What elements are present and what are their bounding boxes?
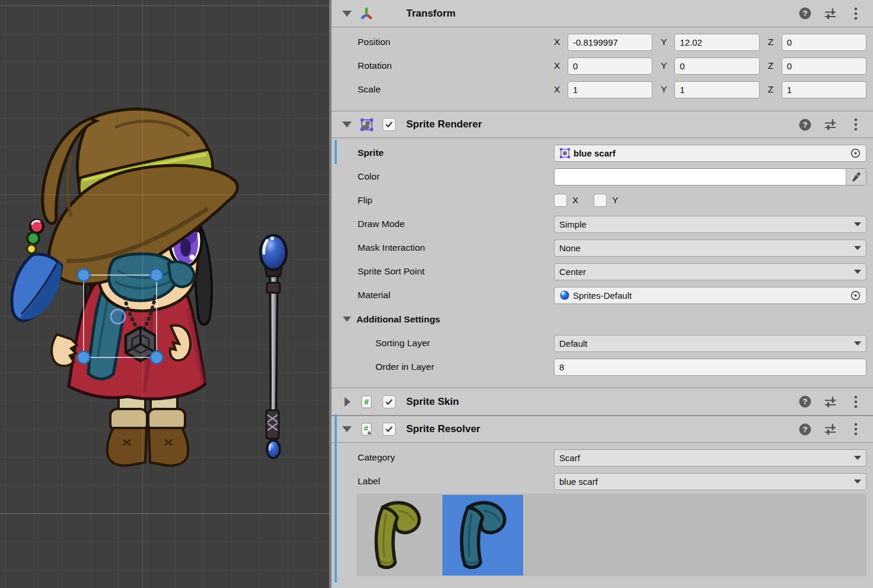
component-enabled-checkbox[interactable]: [383, 423, 396, 436]
sprite-value: blue scarf: [573, 148, 847, 158]
sprite-resolver-body: Category Scarf Label blue scarf: [332, 443, 873, 588]
object-picker-icon[interactable]: [850, 148, 861, 159]
color-swatch[interactable]: [554, 168, 866, 186]
chevron-down-icon: [854, 222, 861, 226]
svg-text:#: #: [364, 397, 369, 407]
material-row: Material Sprites-Default: [332, 283, 873, 307]
additional-settings-label: Additional Settings: [356, 314, 440, 325]
label-value: blue scarf: [559, 477, 598, 487]
category-value: Scarf: [559, 453, 580, 463]
rotation-z-field[interactable]: 0: [782, 57, 866, 75]
transform-body: Position X-0.8199997 Y12.02 Z0 Rotation …: [332, 27, 873, 111]
svg-text:?: ?: [802, 120, 807, 129]
sprite-sort-point-row: Sprite Sort Point Center: [332, 260, 873, 283]
sprite-sort-point-dropdown[interactable]: Center: [554, 263, 866, 280]
order-in-layer-label: Order in Layer: [332, 362, 554, 372]
eyedropper-icon[interactable]: [846, 169, 866, 185]
draw-mode-dropdown[interactable]: Simple: [554, 216, 866, 233]
script-icon: #: [359, 394, 374, 410]
sorting-layer-dropdown[interactable]: Default: [554, 335, 866, 352]
rotation-x-field[interactable]: 0: [568, 57, 652, 75]
sprite-object-field[interactable]: blue scarf: [554, 145, 866, 162]
mask-interaction-dropdown[interactable]: None: [554, 239, 866, 257]
chevron-down-icon: [854, 270, 861, 274]
rotation-y-field[interactable]: 0: [674, 57, 759, 75]
sprite-renderer-title: Sprite Renderer: [406, 119, 482, 130]
sprite-skin-header[interactable]: # Sprite Skin ?: [332, 388, 873, 416]
selection-handle-top-left[interactable]: [78, 269, 90, 282]
scale-z-field[interactable]: 1: [782, 81, 866, 98]
foldout-collapsed-icon[interactable]: [345, 397, 351, 407]
component-enabled-checkbox[interactable]: [383, 118, 396, 131]
presets-icon[interactable]: [824, 7, 837, 20]
sprite-renderer-header[interactable]: Sprite Renderer ?: [332, 111, 873, 138]
flip-label: Flip: [332, 195, 554, 206]
draw-mode-value: Simple: [559, 219, 587, 229]
axis-z-label: Z: [768, 37, 778, 47]
sprite-renderer-body: Sprite blue scarf Color: [332, 138, 873, 388]
scene-view[interactable]: [0, 0, 329, 588]
category-label: Category: [332, 452, 554, 463]
hat-bead-red: [30, 220, 43, 233]
color-row: Color: [332, 165, 873, 188]
flip-x-checkbox[interactable]: [554, 194, 567, 207]
kebab-menu-icon[interactable]: [849, 118, 862, 131]
transform-header[interactable]: Transform ?: [332, 0, 873, 27]
draw-mode-row: Draw Mode Simple: [332, 212, 873, 236]
order-in-layer-field[interactable]: 8: [554, 359, 866, 376]
rotation-label: Rotation: [332, 60, 554, 71]
pivot-handle[interactable]: [111, 309, 125, 324]
chevron-down-icon: [854, 480, 861, 484]
material-object-field[interactable]: Sprites-Default: [554, 287, 866, 304]
help-icon[interactable]: ?: [798, 118, 811, 131]
chevron-down-icon: [854, 246, 861, 250]
position-x-field[interactable]: -0.8199997: [568, 34, 652, 51]
blue-scarf-thumbnail[interactable]: [442, 495, 523, 576]
category-dropdown[interactable]: Scarf: [554, 449, 866, 466]
prefab-override-bar-sprite: [334, 140, 337, 164]
selection-handle-bottom-right[interactable]: [151, 351, 163, 364]
axis-y-label: Y: [661, 84, 670, 95]
sprite-asset-icon: [559, 148, 571, 159]
sprite-resolver-header[interactable]: #+ Sprite Resolver ?: [332, 416, 873, 443]
flip-row: Flip X Y: [332, 188, 873, 212]
additional-settings-foldout[interactable]: Additional Settings: [332, 307, 873, 331]
label-dropdown[interactable]: blue scarf: [554, 473, 866, 490]
kebab-menu-icon[interactable]: [849, 395, 862, 408]
scale-x-field[interactable]: 1: [568, 81, 652, 98]
witch-girl-character[interactable]: [12, 109, 237, 465]
selection-handle-bottom-left[interactable]: [78, 351, 90, 364]
foldout-expanded-icon[interactable]: [342, 426, 352, 432]
flip-x-label: X: [572, 195, 578, 206]
sprite-variant-strip: [356, 494, 866, 576]
foldout-expanded-icon[interactable]: [342, 122, 352, 127]
presets-icon[interactable]: [824, 423, 837, 436]
kebab-menu-icon[interactable]: [849, 423, 862, 436]
sprite-renderer-icon: [359, 117, 374, 132]
presets-icon[interactable]: [824, 395, 837, 408]
magic-staff[interactable]: [260, 235, 286, 458]
kebab-menu-icon[interactable]: [849, 7, 862, 20]
axis-z-label: Z: [768, 84, 778, 95]
help-icon[interactable]: ?: [798, 423, 811, 436]
component-enabled-checkbox[interactable]: [383, 395, 396, 408]
hat-bead-green: [27, 232, 39, 244]
prefab-override-bar-cap: [334, 583, 337, 587]
position-y-field[interactable]: 12.02: [674, 34, 759, 51]
sprite-label: Sprite: [332, 148, 554, 158]
position-z-field[interactable]: 0: [782, 34, 866, 51]
selection-handle-top-right[interactable]: [151, 269, 163, 282]
help-icon[interactable]: ?: [798, 7, 811, 20]
presets-icon[interactable]: [824, 118, 837, 131]
sorting-layer-row: Sorting Layer Default: [332, 331, 873, 355]
object-picker-icon[interactable]: [850, 290, 861, 301]
mask-interaction-label: Mask Interaction: [332, 242, 554, 253]
label-label: Label: [332, 476, 554, 487]
scale-y-field[interactable]: 1: [674, 81, 759, 98]
green-scarf-thumbnail[interactable]: [357, 495, 438, 576]
flip-y-checkbox[interactable]: [594, 194, 607, 207]
svg-text:?: ?: [802, 397, 807, 406]
axis-x-label: X: [554, 37, 563, 47]
foldout-expanded-icon[interactable]: [342, 11, 352, 17]
help-icon[interactable]: ?: [798, 395, 811, 408]
